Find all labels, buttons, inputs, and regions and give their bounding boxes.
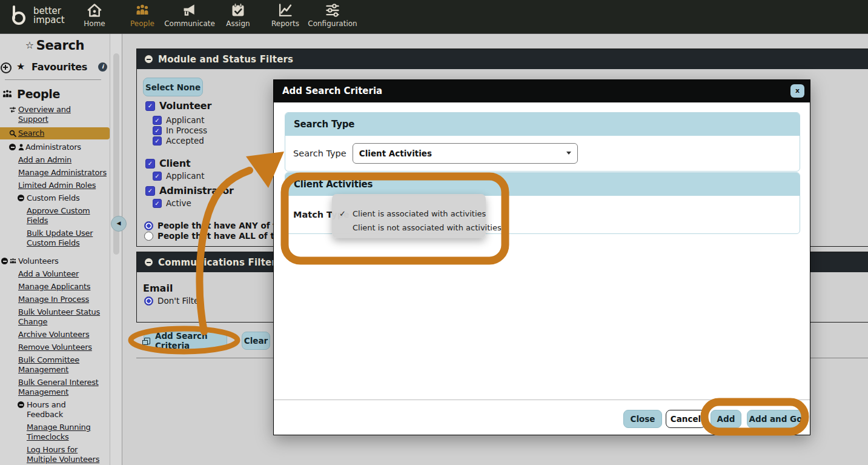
client-checkbox[interactable]: ✓ xyxy=(145,159,155,169)
nav-item-reports[interactable]: Reports xyxy=(266,2,305,32)
favourites-row: ★ Favourites i xyxy=(0,61,110,74)
nav-item-people[interactable]: People xyxy=(124,2,161,32)
add-button[interactable]: Add xyxy=(711,410,741,428)
sidebar-item-bulk-general-interest-management[interactable]: Bulk General Interest Management xyxy=(0,378,110,397)
collapse-minus-icon[interactable] xyxy=(9,144,16,150)
sidebar-section-hours-and-feedback[interactable]: Hours and Feedback xyxy=(0,400,110,420)
sidebar-item-manage-administrators[interactable]: Manage Administrators xyxy=(0,168,110,178)
sidebar-divider xyxy=(5,79,101,80)
search-type-field-label: Search Type xyxy=(293,149,346,158)
nav-label-assign: Assign xyxy=(226,19,250,28)
search-type-select[interactable]: Client Activities xyxy=(353,143,578,164)
collapse-minus-icon[interactable] xyxy=(145,55,153,63)
client-activities-section-header: Client Activities xyxy=(285,173,800,196)
checkbox-row: ✓ Applicant xyxy=(153,115,204,125)
check-icon: ✓ xyxy=(339,207,346,221)
checkbox-row: ✓ Accepted xyxy=(153,136,204,146)
checkbox-row: ✓ In Process xyxy=(153,125,207,135)
sidebar-item-manage-applicants[interactable]: Manage Applicants xyxy=(0,282,110,292)
search-type-section-header: Search Type xyxy=(285,113,800,136)
sidebar-item-remove-volunteers[interactable]: Remove Volunteers xyxy=(0,343,110,352)
close-icon[interactable]: x xyxy=(790,84,804,98)
sidebar-item-overview-and-support[interactable]: Overview and Support xyxy=(0,105,110,124)
any-selected-radio[interactable] xyxy=(144,221,153,230)
collapse-minus-icon[interactable] xyxy=(18,401,24,408)
email-filter-label: Email xyxy=(143,283,173,294)
modal-footer-divider xyxy=(274,400,810,400)
sidebar-collapse-button[interactable]: ◀ xyxy=(111,216,127,232)
collapse-minus-icon[interactable] xyxy=(18,195,24,201)
info-icon[interactable]: i xyxy=(98,62,107,72)
nav-label-people: People xyxy=(130,19,154,28)
cancel-button[interactable]: Cancel xyxy=(666,410,706,428)
client-applicant-checkbox[interactable]: ✓ xyxy=(153,172,162,181)
sidebar-item-log-hours-for-multiple-volunteers[interactable]: Log Hours for Multiple Volunteers xyxy=(0,445,110,464)
dropdown-option-associated[interactable]: ✓ Client is associated with activities xyxy=(332,207,486,221)
select-none-button[interactable]: Select None xyxy=(143,78,203,96)
star-icon: ★ xyxy=(16,61,25,72)
collapse-minus-icon[interactable] xyxy=(145,258,153,266)
circle-plus-icon[interactable] xyxy=(1,62,12,73)
sidebar-item-add-a-volunteer[interactable]: Add a Volunteer xyxy=(0,269,110,279)
collapse-minus-icon[interactable] xyxy=(1,258,8,264)
close-button[interactable]: Close xyxy=(623,410,662,428)
volunteer-checkbox[interactable]: ✓ xyxy=(145,101,155,111)
app-logo: better impact xyxy=(10,5,65,27)
nav-item-communicate[interactable]: Communicate xyxy=(162,2,217,32)
modal-title: Add Search Criteria xyxy=(282,85,382,96)
calendar-check-icon xyxy=(230,2,246,18)
dont-filter-radio[interactable] xyxy=(144,296,153,306)
sidebar-item-limited-admin-roles[interactable]: Limited Admin Roles xyxy=(0,181,110,190)
sidebar-item-manage-running-timeclocks[interactable]: Manage Running Timeclocks xyxy=(0,423,110,442)
people-icon xyxy=(9,258,17,265)
add-and-go-button[interactable]: Add and Go xyxy=(747,410,804,428)
nav-item-configuration[interactable]: Configuration xyxy=(305,2,360,32)
sidebar-item-manage-in-process[interactable]: Manage In Process xyxy=(0,295,110,304)
all-selected-radio[interactable] xyxy=(144,232,153,241)
add-search-criteria-button[interactable]: Add Search Criteria xyxy=(144,332,227,350)
checkbox-row: ✓ Active xyxy=(153,198,191,208)
applicant-checkbox[interactable]: ✓ xyxy=(153,116,162,125)
dropdown-option-not-associated[interactable]: Client is not associated with activities xyxy=(332,221,486,235)
sidebar-item-search[interactable]: Search xyxy=(0,127,110,139)
sidebar-section-administrators[interactable]: Administrators xyxy=(0,142,110,152)
logo-text: better impact xyxy=(33,7,65,25)
filter-icon xyxy=(9,106,16,113)
chevron-down-icon xyxy=(566,152,571,155)
checkbox-row: ✓ Applicant xyxy=(153,171,204,181)
sidebar-item-bulk-update-user-custom-fields[interactable]: Bulk Update User Custom Fields xyxy=(0,229,110,248)
nav-label-reports: Reports xyxy=(271,19,299,28)
sidebar-item-bulk-volunteer-status-change[interactable]: Bulk Volunteer Status Change xyxy=(0,307,110,327)
checkbox-group-volunteer: ✓ Volunteer xyxy=(145,100,211,112)
administrator-checkbox[interactable]: ✓ xyxy=(145,186,155,196)
sliders-icon xyxy=(325,2,340,18)
nav-label-configuration: Configuration xyxy=(308,19,357,28)
checkbox-group-client: ✓ Client xyxy=(145,158,190,169)
home-icon xyxy=(87,2,102,18)
search-type-section: Search Type Search Type Client Activitie… xyxy=(285,112,800,172)
add-search-criteria-modal: Add Search Criteria x Search Type Search… xyxy=(273,79,810,435)
module-status-filters-header: Module and Status Filters xyxy=(137,49,868,69)
better-impact-logo-icon xyxy=(10,5,28,27)
page-title: ☆Search xyxy=(0,38,110,53)
match-type-dropdown-menu: ✓ Client is associated with activities C… xyxy=(332,194,486,238)
accepted-checkbox[interactable]: ✓ xyxy=(153,136,162,146)
clear-button[interactable]: Clear xyxy=(242,332,270,350)
nav-item-assign[interactable]: Assign xyxy=(220,2,256,32)
sidebar-section-custom-fields[interactable]: Custom Fields xyxy=(0,193,110,203)
sidebar-section-people: People xyxy=(0,87,110,101)
modal-titlebar: Add Search Criteria x xyxy=(274,80,810,102)
sidebar-item-archive-volunteers[interactable]: Archive Volunteers xyxy=(0,330,110,340)
nav-label-communicate: Communicate xyxy=(164,19,215,28)
people-icon xyxy=(134,2,150,18)
sidebar: ☆Search ★ Favourites i People xyxy=(0,33,122,465)
nav-item-home[interactable]: Home xyxy=(76,2,113,32)
favourites-label: Favourites xyxy=(31,61,87,73)
sidebar-item-approve-custom-fields[interactable]: Approve Custom Fields xyxy=(0,206,110,226)
sidebar-item-add-an-admin[interactable]: Add an Admin xyxy=(0,155,110,165)
in-process-checkbox[interactable]: ✓ xyxy=(153,126,162,135)
sidebar-section-volunteers[interactable]: Volunteers xyxy=(0,256,110,266)
line-chart-icon xyxy=(277,2,293,18)
active-checkbox[interactable]: ✓ xyxy=(153,199,162,208)
sidebar-item-bulk-committee-management[interactable]: Bulk Committee Management xyxy=(0,355,110,375)
